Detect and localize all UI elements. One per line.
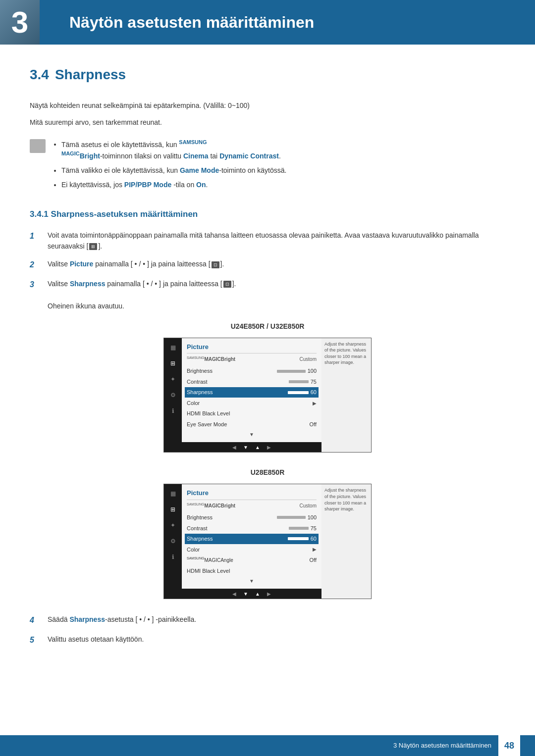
- sidebar-icon-picture: ⊞: [167, 358, 178, 369]
- monitor-nav-bar-1: ◀ ▼ ▲ ▶: [182, 442, 321, 452]
- menu-row-sharpness-1: Sharpness 60: [185, 387, 319, 398]
- note-item-2: Tämä valikko ei ole käytettävissä, kun G…: [61, 165, 286, 176]
- row-label-hdmi-1: HDMI Black Level: [187, 409, 230, 418]
- section-title: 3.4Sharpness: [30, 64, 505, 85]
- chapter-number: 3: [11, 7, 28, 38]
- contrast-value-2: 75: [311, 524, 317, 533]
- pip-pbp-highlight: PIP/PBP Mode: [124, 181, 171, 189]
- game-mode-highlight: Game Mode: [180, 166, 219, 174]
- sidebar-icon-display: ▦: [167, 342, 178, 353]
- picture-highlight: Picture: [70, 260, 93, 268]
- color-arrow-1: ▶: [313, 400, 317, 407]
- row-label-color-1: Color: [187, 399, 200, 407]
- note-item-3: Ei käytettävissä, jos PIP/PBP Mode -tila…: [61, 180, 286, 190]
- cinema-highlight: Cinema: [183, 152, 209, 160]
- note-box: Tämä asetus ei ole käytettävissä, kun SA…: [30, 138, 505, 194]
- steps-list-after: 4 Säädä Sharpness-asetusta [ • / • ] -pa…: [30, 614, 505, 646]
- contrast-bar-fill-1: [289, 380, 309, 383]
- monitor-menu-2: Picture SAMSUNGMAGICBright Custom Bright…: [182, 484, 321, 589]
- contrast-value-1: 75: [311, 378, 317, 386]
- menu-row-contrast-1: Contrast 75: [187, 377, 317, 387]
- step-text-2: Valitse Picture painamalla [ • / • ] ja …: [48, 258, 224, 269]
- menu-title-1: Picture: [187, 342, 317, 354]
- monitor-nav-bar-2: ◀ ▼ ▲ ▶: [182, 589, 321, 599]
- nav-up-1: ▲: [255, 444, 260, 451]
- row-label-contrast-1: Contrast: [187, 378, 208, 386]
- step-text-1: Voit avata toimintonäppäinoppaan painama…: [48, 230, 505, 252]
- row-label-eyesaver-1: Eye Saver Mode: [187, 420, 227, 429]
- menu-row-magic-angle: SAMSUNGMAGICAngle Off: [187, 555, 317, 565]
- brightness-bar-2: 100: [277, 513, 317, 522]
- brightness-bar-fill-1: [277, 370, 306, 373]
- header-title: Näytön asetusten määrittäminen: [69, 10, 314, 34]
- menu-row-contrast-2: Contrast 75: [187, 523, 317, 534]
- brightness-bar-fill-2: [277, 516, 306, 519]
- step-3-indent: Oheinen ikkuna avautuu.: [48, 301, 505, 311]
- menu-row-color-2: Color ▶: [187, 545, 317, 555]
- steps-list: 1 Voit avata toimintonäppäinoppaan paina…: [30, 230, 505, 291]
- sidebar-icon-settings-2: ✦: [167, 520, 178, 531]
- screenshot-label-2: U28E850R: [30, 467, 505, 478]
- on-highlight: On: [196, 181, 206, 189]
- chapter-number-box: 3: [0, 0, 40, 45]
- row-label-color-2: Color: [187, 546, 200, 554]
- step-num-1: 1: [30, 230, 44, 243]
- monitor-sidebar-1: ▦ ⊞ ✦ ⚙ ℹ: [164, 338, 182, 453]
- row-label-brightness-1: Brightness: [187, 367, 213, 375]
- sidebar-icon-info-2: ℹ: [167, 552, 178, 562]
- menu-brand-value-2: Custom: [300, 502, 317, 509]
- monitor-menu-1: Picture SAMSUNGMAGICBright Custom Bright…: [182, 338, 321, 443]
- step-5: 5 Valittu asetus otetaan käyttöön.: [30, 634, 505, 647]
- page-footer: 3 Näytön asetusten määrittäminen 48: [0, 735, 535, 756]
- footer-text: 3 Näytön asetusten määrittäminen: [393, 741, 491, 751]
- brightness-value-2: 100: [308, 513, 317, 522]
- nav-down-1: ▼: [243, 444, 248, 451]
- footer-page-number: 48: [498, 735, 520, 756]
- nav-right-1: ▶: [267, 444, 271, 451]
- menu-brand-text-2: SAMSUNGMAGICBright: [187, 502, 235, 509]
- contrast-bar-1: 75: [289, 378, 317, 386]
- monitor-screenshot-1: ▦ ⊞ ✦ ⚙ ℹ Picture SAMSUNGMAGICBright Cus…: [163, 338, 372, 453]
- menu-row-brightness-1: Brightness 100: [187, 366, 317, 376]
- sidebar-icon-info: ℹ: [167, 405, 178, 416]
- sidebar-icon-picture-2: ⊞: [167, 504, 178, 515]
- menu-brand-value-1: Custom: [300, 355, 317, 363]
- screenshot-label-1: U24E850R / U32E850R: [30, 321, 505, 332]
- step-text-5: Valittu asetus otetaan käyttöön.: [48, 634, 144, 645]
- row-label-contrast-2: Contrast: [187, 524, 208, 533]
- contrast-bar-2: 75: [289, 524, 317, 533]
- screenshot-wrapper-1: ▦ ⊞ ✦ ⚙ ℹ Picture SAMSUNGMAGICBright Cus…: [30, 338, 505, 453]
- subsection-number: 3.4.1: [30, 209, 49, 219]
- section-number: 3.4: [30, 67, 49, 82]
- step-num-2: 2: [30, 258, 44, 271]
- dynamic-contrast-highlight: Dynamic Contrast: [219, 152, 279, 160]
- monitor-sidebar-2: ▦ ⊞ ✦ ⚙ ℹ: [164, 484, 182, 599]
- contrast-bar-fill-2: [289, 527, 309, 530]
- menu-brand-1: SAMSUNGMAGICBright Custom: [187, 355, 317, 363]
- step-num-5: 5: [30, 634, 44, 647]
- step-text-4: Säädä Sharpness-asetusta [ • / • ] -pain…: [48, 614, 196, 625]
- header-banner: 3 Näytön asetusten määrittäminen: [0, 0, 535, 45]
- scroll-indicator-1: ▼: [187, 430, 317, 438]
- sharpness-highlight-step3: Sharpness: [70, 280, 106, 288]
- menu-brand-text-1: SAMSUNGMAGICBright: [187, 355, 235, 363]
- note-list: Tämä asetus ei ole käytettävissä, kun SA…: [53, 138, 286, 194]
- monitor-screenshot-2: ▦ ⊞ ✦ ⚙ ℹ Picture SAMSUNGMAGICBright Cus…: [163, 484, 372, 599]
- sidebar-icon-gear-2: ⚙: [167, 536, 178, 547]
- subsection-title-text: Sharpness-asetuksen määrittäminen: [51, 209, 198, 219]
- nav-icon-3: ⊡: [223, 281, 231, 288]
- menu-row-hdmi-2: HDMI Black Level: [187, 566, 317, 576]
- monitor-tip-1: Adjust the sharpness of the picture. Val…: [321, 338, 371, 453]
- brightness-value-1: 100: [308, 367, 317, 375]
- subsection-title: 3.4.1 Sharpness-asetuksen määrittäminen: [30, 208, 505, 221]
- sharpness-bar-fill-2: [288, 537, 309, 540]
- scroll-indicator-2: ▼: [187, 576, 317, 585]
- screenshots-section: U24E850R / U32E850R ▦ ⊞ ✦ ⚙ ℹ Picture SA…: [30, 321, 505, 600]
- note-icon: [30, 139, 46, 153]
- menu-title-2: Picture: [187, 488, 317, 500]
- screenshot-wrapper-2: ▦ ⊞ ✦ ⚙ ℹ Picture SAMSUNGMAGICBright Cus…: [30, 484, 505, 599]
- row-label-hdmi-2: HDMI Black Level: [187, 567, 230, 575]
- menu-row-brightness-2: Brightness 100: [187, 512, 317, 523]
- sidebar-icon-settings: ✦: [167, 374, 178, 385]
- sharpness-value-2: 60: [311, 535, 317, 543]
